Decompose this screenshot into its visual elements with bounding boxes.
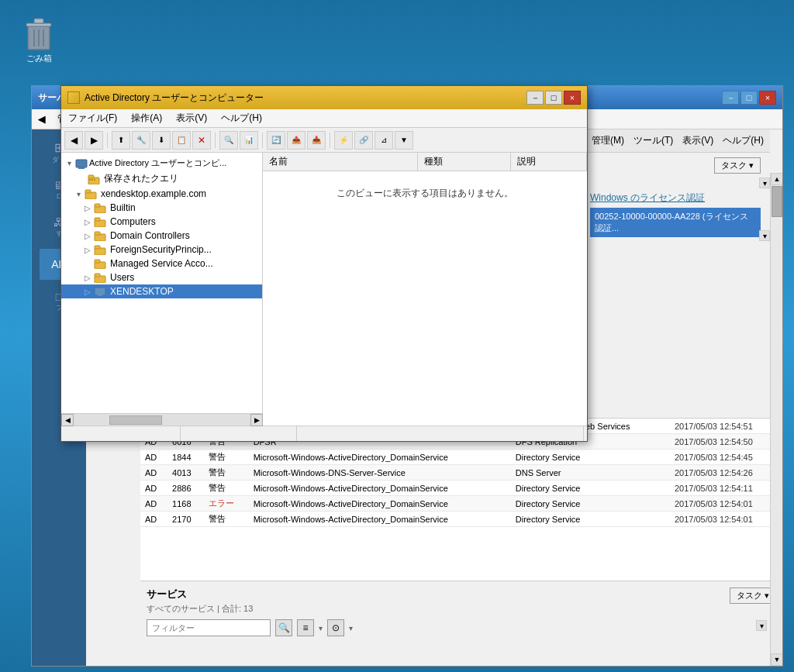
vertical-scrollbar[interactable]: ▲ ▼ bbox=[770, 173, 782, 666]
log-cell: 2017/05/03 12:54:01 bbox=[670, 512, 782, 527]
ad-empty-message: このビューに表示する項目はありません。 bbox=[263, 171, 587, 215]
tb-action[interactable]: ⚡ bbox=[334, 131, 353, 150]
scroll-thumb[interactable] bbox=[772, 186, 782, 217]
tree-item-domain[interactable]: ▾ xendesktop.example.com bbox=[61, 187, 262, 201]
col-name[interactable]: 名前 bbox=[263, 153, 418, 171]
ad-toolbar: ◀ ▶ ⬆ 🔧 ⬇ 📋 ✕ 🔍 📊 🔄 📤 📥 ⚡ 🔗 ⊿ ▼ bbox=[61, 128, 587, 153]
back-button[interactable]: ◀ bbox=[38, 114, 45, 125]
tb-newobj[interactable]: ⬇ bbox=[152, 131, 171, 150]
statusbar-part3 bbox=[297, 426, 584, 441]
server-manager-controls: － □ × bbox=[722, 91, 776, 105]
tb-properties[interactable]: 🔧 bbox=[132, 131, 150, 150]
tree-item-managed[interactable]: ▷ Managed Service Acco... bbox=[61, 257, 262, 271]
log-cell: 2017/05/03 12:54:50 bbox=[670, 434, 782, 450]
table-row[interactable]: AD 1844 警告 Microsoft-Windows-ActiveDirec… bbox=[140, 450, 782, 465]
tb-link[interactable]: 🔗 bbox=[354, 131, 373, 150]
services-filter-input[interactable] bbox=[147, 619, 271, 636]
menu-manage-right[interactable]: 管理(M) bbox=[592, 134, 624, 147]
tree-item-foreign[interactable]: ▷ ForeignSecurityPrincip... bbox=[61, 243, 262, 257]
col-desc[interactable]: 説明 bbox=[511, 153, 587, 171]
tree-item-computers[interactable]: ▷ Computers bbox=[61, 215, 262, 229]
log-cell: エラー bbox=[204, 496, 249, 512]
tb-up[interactable]: ⬆ bbox=[112, 131, 130, 150]
desktop: ごみ箱 サーバー マネージャー － □ × ◀ 管理(M) ツール(T) 表示(… bbox=[0, 0, 794, 672]
table-row[interactable]: AD 4013 警告 Microsoft-Windows-DNS-Server-… bbox=[140, 465, 782, 481]
license-title[interactable]: Windows のライセンス認証 bbox=[590, 191, 761, 205]
tb-delete[interactable]: ✕ bbox=[192, 131, 211, 150]
list-view-button[interactable]: ≡ bbox=[297, 619, 314, 636]
scroll-down-btn[interactable]: ▾ bbox=[759, 177, 770, 188]
ad-menu-view[interactable]: 表示(V) bbox=[174, 112, 209, 125]
scroll-up-arrow[interactable]: ▲ bbox=[771, 173, 782, 185]
tb-search[interactable]: 🔍 bbox=[219, 131, 238, 150]
log-cell: Microsoft-Windows-ActiveDirectory_Domain… bbox=[249, 512, 511, 527]
table-row[interactable]: AD 2886 警告 Microsoft-Windows-ActiveDirec… bbox=[140, 481, 782, 496]
task-button-top[interactable]: タスク ▾ bbox=[714, 157, 761, 174]
tree-item-users[interactable]: ▷ Users bbox=[61, 271, 262, 284]
trash-icon[interactable]: ごみ箱 bbox=[23, 16, 54, 64]
menu-tools-right[interactable]: ツール(T) bbox=[633, 134, 673, 147]
scroll-expand-btn[interactable]: ▾ bbox=[756, 620, 767, 631]
computer-icon bbox=[75, 158, 88, 169]
expand-icon: ▷ bbox=[83, 232, 92, 240]
svg-rect-16 bbox=[95, 204, 100, 207]
ad-close-btn[interactable]: × bbox=[564, 91, 581, 105]
ad-maximize-btn[interactable]: □ bbox=[545, 91, 562, 105]
services-title: サービス bbox=[147, 588, 253, 601]
ad-menu-file[interactable]: ファイル(F) bbox=[66, 112, 119, 125]
minimize-button[interactable]: － bbox=[722, 91, 739, 105]
tb-chart[interactable]: 📊 bbox=[240, 131, 258, 150]
menu-help-right[interactable]: ヘルプ(H) bbox=[723, 134, 764, 147]
hscroll-thumb[interactable] bbox=[109, 415, 162, 425]
log-cell: AD bbox=[140, 481, 167, 496]
log-cell: DNS Server bbox=[511, 465, 670, 481]
tb-more[interactable]: ▼ bbox=[395, 131, 413, 150]
menu-view-right[interactable]: 表示(V) bbox=[682, 134, 713, 147]
ad-tree[interactable]: ▾ Active Directory ユーザーとコンピ... ▷ bbox=[61, 153, 263, 426]
license-section: Windows のライセンス認証 00252-10000-00000-AA228… bbox=[590, 191, 761, 237]
ad-minimize-btn[interactable]: － bbox=[526, 91, 544, 105]
svg-rect-7 bbox=[78, 167, 85, 169]
task-button-services[interactable]: タスク ▾ bbox=[730, 588, 776, 604]
ad-title-icon bbox=[67, 91, 80, 104]
ad-menu-help[interactable]: ヘルプ(H) bbox=[219, 112, 264, 125]
svg-rect-20 bbox=[95, 232, 100, 235]
table-row[interactable]: AD 2170 警告 Microsoft-Windows-ActiveDirec… bbox=[140, 512, 782, 527]
horizontal-scrollbar[interactable]: ◀ ▶ bbox=[61, 413, 263, 426]
tree-item-label: Builtin bbox=[110, 202, 136, 213]
tb-filter[interactable]: ⊿ bbox=[375, 131, 393, 150]
log-cell: AD bbox=[140, 512, 167, 527]
svg-rect-12 bbox=[94, 179, 95, 181]
tb-export[interactable]: 📤 bbox=[287, 131, 306, 150]
hscroll-left[interactable]: ◀ bbox=[61, 414, 74, 426]
ad-titlebar[interactable]: Active Directory ユーザーとコンピューター － □ × bbox=[61, 86, 587, 109]
col-type[interactable]: 種類 bbox=[418, 153, 511, 171]
settings-button[interactable]: ⊙ bbox=[327, 619, 344, 636]
log-cell: Microsoft-Windows-ActiveDirectory_Domain… bbox=[249, 481, 511, 496]
scroll-down-arrow[interactable]: ▼ bbox=[771, 653, 782, 666]
dropdown-icon2: ▾ bbox=[349, 624, 353, 632]
maximize-button[interactable]: □ bbox=[740, 91, 758, 105]
svg-rect-14 bbox=[85, 190, 91, 193]
search-button[interactable]: 🔍 bbox=[275, 619, 292, 636]
tb-copy[interactable]: 📋 bbox=[172, 131, 191, 150]
ad-menu-action[interactable]: 操作(A) bbox=[129, 112, 164, 125]
table-row[interactable]: AD 1168 エラー Microsoft-Windows-ActiveDire… bbox=[140, 496, 782, 512]
scroll-down-btn2[interactable]: ▾ bbox=[759, 230, 770, 241]
tb-back[interactable]: ◀ bbox=[64, 131, 83, 150]
log-cell: Directory Service bbox=[511, 450, 670, 465]
tree-root[interactable]: ▾ Active Directory ユーザーとコンピ... bbox=[61, 156, 262, 171]
tree-item-xendesktop[interactable]: ▷ XENDESKTOP bbox=[61, 284, 262, 298]
close-button[interactable]: × bbox=[759, 91, 776, 105]
tree-item-saved-queries[interactable]: ▷ 保存されたクエリ bbox=[61, 171, 262, 187]
license-item: 00252-10000-00000-AA228 (ライセンス認証... bbox=[590, 208, 761, 237]
expand-icon: ▷ bbox=[77, 174, 86, 183]
svg-rect-27 bbox=[95, 288, 105, 295]
hscroll-right[interactable]: ▶ bbox=[250, 414, 263, 426]
tb-refresh[interactable]: 🔄 bbox=[267, 131, 285, 150]
tree-item-domain-controllers[interactable]: ▷ Domain Controllers bbox=[61, 229, 262, 243]
tb-forward[interactable]: ▶ bbox=[85, 131, 103, 150]
tb-import[interactable]: 📥 bbox=[307, 131, 326, 150]
tree-item-builtin[interactable]: ▷ Builtin bbox=[61, 201, 262, 215]
log-table-area: AD 1400 警告 ADWS Active Directory Web Ser… bbox=[140, 418, 782, 581]
